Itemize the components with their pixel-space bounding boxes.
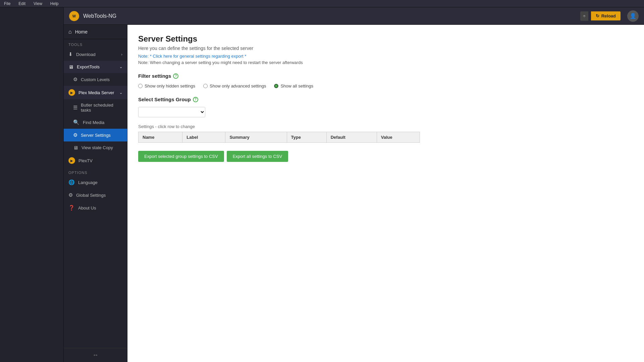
- page-subtitle: Here you can define the settings for the…: [138, 46, 633, 51]
- user-avatar[interactable]: 👤: [627, 10, 639, 22]
- export-settings-link[interactable]: Note: * Click here for general settings …: [138, 54, 246, 59]
- table-header-row: Name Label Summary Type Default Value: [139, 132, 420, 143]
- sidebar-item-home[interactable]: ⌂ Home: [64, 25, 127, 39]
- filter-settings-heading: Filter settings ?: [138, 73, 633, 79]
- filter-advanced-radio[interactable]: [203, 84, 208, 88]
- export-selected-button[interactable]: Export selected group settings to CSV: [138, 151, 224, 162]
- sidebar-label-butler-tasks: Butler scheduled tasks: [81, 103, 122, 113]
- settings-group-heading: Select Settings Group ?: [138, 97, 633, 102]
- col-label: Label: [182, 132, 225, 143]
- sidebar-item-exporttools[interactable]: 🖥 ExportTools ⌄: [64, 61, 127, 73]
- sidebar-item-language[interactable]: 🌐 Language: [64, 176, 127, 189]
- sidebar-label-download: Download: [76, 52, 96, 57]
- download-icon: ⬇: [68, 51, 73, 57]
- home-label: Home: [75, 29, 88, 35]
- sidebar-label-plex-media-server: Plex Media Server: [78, 90, 114, 95]
- sidebar-label-exporttools: ExportTools: [77, 64, 100, 69]
- col-default: Default: [326, 132, 377, 143]
- menu-edit[interactable]: Edit: [17, 1, 27, 7]
- view-state-icon: 🖥: [73, 145, 78, 150]
- chevron-plex-icon: ⌄: [119, 90, 122, 95]
- col-name: Name: [139, 132, 182, 143]
- butler-tasks-icon: ☰: [73, 105, 77, 111]
- page-title: Server Settings: [138, 34, 633, 44]
- sidebar-item-about-us[interactable]: ❓ About Us: [64, 201, 127, 214]
- settings-group-help-icon[interactable]: ?: [193, 97, 198, 102]
- plex-media-server-icon: ▶: [68, 89, 75, 96]
- options-section-label: OPTIONS: [64, 167, 127, 176]
- filter-all-label[interactable]: Show all settings: [274, 83, 313, 88]
- export-row: Export selected group settings to CSV Ex…: [138, 151, 633, 162]
- sidebar-label-about-us: About Us: [78, 205, 96, 210]
- collapse-icon: ↔: [93, 352, 99, 359]
- server-settings-icon: ⚙: [73, 132, 77, 138]
- sidebar-item-find-media[interactable]: 🔍 Find Media: [64, 116, 127, 129]
- sidebar-item-server-settings[interactable]: ⚙ Server Settings: [64, 129, 127, 141]
- logo-icon: W: [70, 12, 78, 20]
- col-summary: Summary: [225, 132, 287, 143]
- page-note: Note: When changing a server setting you…: [138, 60, 633, 65]
- filter-hidden-radio[interactable]: [138, 84, 143, 88]
- exporttools-icon: 🖥: [68, 64, 73, 70]
- app-layout: W WebTools-NG ÷ ↻ Reload 👤 ⌂ Home T: [0, 7, 644, 362]
- tools-section-label: TOOLS: [64, 39, 127, 48]
- export-all-button[interactable]: Export all settings to CSV: [227, 151, 288, 162]
- chevron-download-icon: ›: [121, 52, 122, 56]
- sidebar-item-view-state-copy[interactable]: 🖥 View state Copy: [64, 141, 127, 154]
- filter-hidden-label[interactable]: Show only hidden settings: [138, 83, 195, 88]
- svg-text:W: W: [72, 14, 76, 18]
- menubar: File Edit View Help: [0, 0, 644, 7]
- settings-group-select[interactable]: [138, 107, 205, 117]
- sidebar-label-view-state-copy: View state Copy: [82, 145, 113, 150]
- sidebar-label-custom-levels: Custom Levels: [81, 77, 110, 82]
- find-media-icon: 🔍: [73, 119, 79, 125]
- main-content: Server Settings Here you can define the …: [127, 25, 644, 362]
- col-type: Type: [287, 132, 326, 143]
- menu-help[interactable]: Help: [49, 1, 60, 7]
- sidebar-item-plextv[interactable]: ▶ PlexTV: [64, 154, 127, 167]
- sidebar-item-global-settings[interactable]: ⚙ Global Settings: [64, 189, 127, 201]
- custom-levels-icon: ⚙: [73, 76, 77, 82]
- table-hint: Settings - click row to change: [138, 124, 633, 129]
- sidebar-nav: ⌂ Home TOOLS ⬇ Download › 🖥 ExportTools …: [64, 25, 127, 362]
- topbar-actions: ÷ ↻ Reload 👤: [580, 10, 639, 22]
- filter-all-radio[interactable]: [274, 84, 278, 88]
- sidebar-collapse-button[interactable]: ↔: [64, 348, 127, 362]
- sidebar-label-language: Language: [78, 180, 98, 185]
- sidebar-label-server-settings: Server Settings: [81, 133, 111, 138]
- menu-file[interactable]: File: [3, 1, 12, 7]
- menu-view[interactable]: View: [32, 1, 44, 7]
- about-us-icon: ❓: [68, 205, 75, 211]
- reload-button[interactable]: ↻ Reload: [591, 11, 621, 20]
- language-icon: 🌐: [68, 179, 75, 185]
- global-settings-icon: ⚙: [68, 192, 73, 198]
- settings-group-row: [138, 107, 633, 117]
- sidebar-item-download[interactable]: ⬇ Download ›: [64, 48, 127, 61]
- app-title: WebTools-NG: [83, 13, 576, 19]
- sidebar-item-plex-media-server[interactable]: ▶ Plex Media Server ⌄: [64, 86, 127, 99]
- plextv-icon: ▶: [68, 157, 75, 164]
- sidebar-label-global-settings: Global Settings: [76, 193, 106, 198]
- col-value: Value: [377, 132, 420, 143]
- home-icon: ⌂: [68, 29, 72, 35]
- topbar: W WebTools-NG ÷ ↻ Reload 👤: [64, 7, 644, 25]
- split-button[interactable]: ÷: [580, 11, 588, 21]
- reload-icon: ↻: [596, 13, 599, 18]
- sidebar-label-find-media: Find Media: [83, 120, 104, 125]
- sidebar-label-plextv: PlexTV: [78, 158, 93, 163]
- settings-table: Name Label Summary Type Default Value: [138, 132, 420, 143]
- sidebar-item-butler-tasks[interactable]: ☰ Butler scheduled tasks: [64, 99, 127, 116]
- filter-help-icon[interactable]: ?: [173, 73, 178, 79]
- app-logo: W: [69, 11, 79, 21]
- filter-advanced-label[interactable]: Show only advanced settings: [203, 83, 266, 88]
- sidebar-item-custom-levels[interactable]: ⚙ Custom Levels: [64, 73, 127, 86]
- filter-options-row: Show only hidden settings Show only adva…: [138, 83, 633, 88]
- chevron-exporttools-icon: ⌄: [119, 65, 122, 69]
- sidebar: [0, 7, 64, 362]
